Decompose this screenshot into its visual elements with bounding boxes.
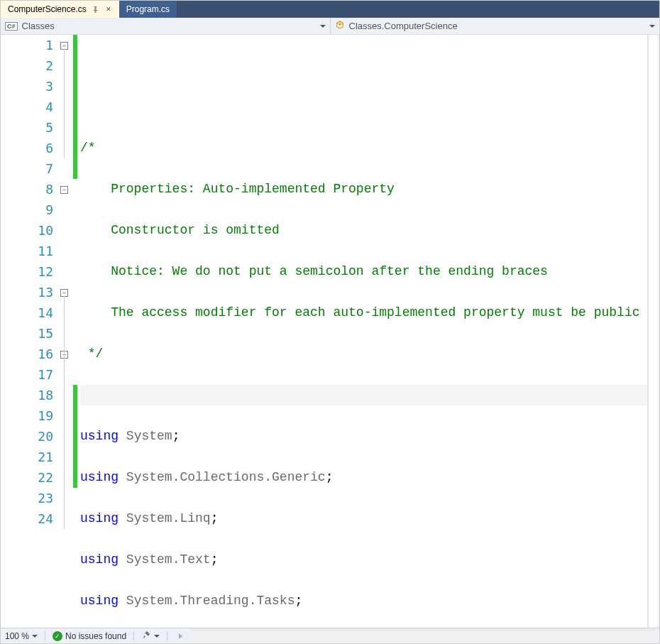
code-line: */ <box>80 344 647 364</box>
line-number: 18 <box>11 385 53 405</box>
tab-bar: ComputerScience.cs Program.cs <box>1 1 659 18</box>
line-number: 17 <box>11 364 53 385</box>
scroll-left-icon[interactable] <box>179 633 185 639</box>
zoom-dropdown[interactable]: 100 % <box>5 631 38 641</box>
change-indicator <box>73 385 77 488</box>
fold-guide <box>64 296 65 529</box>
divider <box>133 631 134 641</box>
indicator-margin <box>1 35 11 628</box>
status-bar: 100 % No issues found <box>1 628 659 643</box>
chevron-down-icon <box>154 635 160 638</box>
line-number: 16 <box>11 344 53 364</box>
code-line <box>80 385 647 405</box>
code-line: /* <box>80 138 647 158</box>
code-line: Constructor is omitted <box>80 220 647 241</box>
nav-class-dropdown[interactable]: Classes.ComputerScience <box>331 18 660 34</box>
chevron-down-icon <box>649 25 655 28</box>
nav-project-label: Classes <box>22 21 55 31</box>
line-number: 19 <box>11 405 53 426</box>
tab-computerscience[interactable]: ComputerScience.cs <box>1 1 119 18</box>
zoom-label: 100 % <box>5 631 29 641</box>
line-number: 8 <box>11 179 53 200</box>
brush-icon <box>141 630 151 642</box>
code-line: using System; <box>80 426 647 447</box>
line-number: 2 <box>11 55 53 76</box>
pin-icon[interactable] <box>92 6 99 13</box>
change-indicator <box>73 35 77 179</box>
horizontal-scrollbar[interactable] <box>192 630 655 642</box>
line-number: 7 <box>11 158 53 179</box>
line-number: 12 <box>11 261 53 282</box>
line-number: 24 <box>11 508 53 529</box>
fold-column <box>60 35 73 628</box>
line-number: 11 <box>11 241 53 261</box>
nav-class-label: Classes.ComputerScience <box>349 21 458 31</box>
chevron-down-icon <box>320 25 326 28</box>
issues-label: No issues found <box>65 631 126 641</box>
line-number: 13 <box>11 282 53 302</box>
cleanup-dropdown[interactable] <box>141 630 160 642</box>
csharp-badge-icon: C# <box>5 22 18 31</box>
line-number: 5 <box>11 117 53 138</box>
issues-indicator[interactable]: No issues found <box>53 631 126 641</box>
line-number: 23 <box>11 488 53 508</box>
code-line: Notice: We do not put a semicolon after … <box>80 261 647 282</box>
nav-bar: C# Classes Classes.ComputerScience <box>1 18 659 35</box>
line-number: 6 <box>11 138 53 158</box>
line-number: 1 <box>11 35 53 55</box>
code-line: Properties: Auto-implemented Property <box>80 179 647 200</box>
code-line: The access modifier for each auto-implem… <box>80 302 647 323</box>
code-area[interactable]: /* Properties: Auto-implemented Property… <box>73 35 647 628</box>
divider <box>45 631 45 641</box>
tab-label: ComputerScience.cs <box>8 4 87 14</box>
line-number: 4 <box>11 97 53 117</box>
line-number: 22 <box>11 467 53 488</box>
fold-guide <box>64 49 65 158</box>
line-number: 15 <box>11 323 53 344</box>
tab-program[interactable]: Program.cs <box>119 1 177 18</box>
class-icon <box>335 20 345 32</box>
fold-toggle-icon[interactable] <box>60 186 68 194</box>
tab-label: Program.cs <box>126 4 170 14</box>
line-number: 10 <box>11 220 53 241</box>
close-icon[interactable] <box>105 6 112 13</box>
chevron-down-icon <box>32 635 38 638</box>
code-line: using System.Linq; <box>80 508 647 529</box>
nav-project-dropdown[interactable]: C# Classes <box>1 18 331 34</box>
divider <box>167 631 167 641</box>
line-number: 3 <box>11 76 53 97</box>
line-number: 21 <box>11 447 53 467</box>
code-line: using System.Collections.Generic; <box>80 467 647 488</box>
vertical-scrollbar[interactable] <box>647 35 659 628</box>
code-line: using System.Text; <box>80 550 647 570</box>
line-number-gutter: 1 2 3 4 5 6 7 8 9 10 11 12 13 14 15 16 1… <box>11 35 60 628</box>
scroll-thumb[interactable] <box>649 35 658 628</box>
code-editor[interactable]: 1 2 3 4 5 6 7 8 9 10 11 12 13 14 15 16 1… <box>1 35 659 628</box>
line-number: 9 <box>11 200 53 220</box>
check-circle-icon <box>53 631 62 641</box>
line-number: 20 <box>11 426 53 447</box>
code-line: using System.Threading.Tasks; <box>80 591 647 611</box>
line-number: 14 <box>11 302 53 323</box>
